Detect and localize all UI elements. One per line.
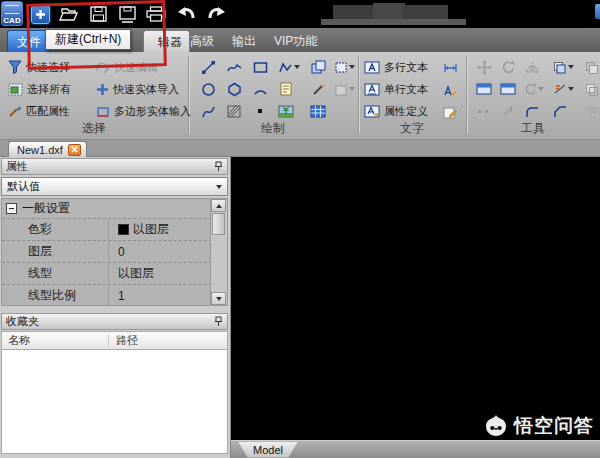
pin-icon[interactable] <box>214 161 223 172</box>
property-value: 1 <box>108 289 125 303</box>
redo-button[interactable] <box>206 4 226 25</box>
favorites-panel-header: 收藏夹 <box>1 313 228 330</box>
blue-plus-icon <box>96 83 109 96</box>
tab-editor[interactable]: 辑器 <box>143 30 190 52</box>
draw-insert-button[interactable] <box>274 79 298 99</box>
match-properties-button[interactable]: 匹配属性 <box>8 102 70 120</box>
favorites-list-area[interactable] <box>1 350 228 454</box>
singleline-text-icon <box>364 83 380 96</box>
note-edit-icon <box>443 106 457 119</box>
draw-segments-button[interactable] <box>274 57 304 77</box>
draw-block-button[interactable] <box>306 57 330 77</box>
undo-arrow-icon <box>177 6 197 22</box>
draw-polygon-button[interactable] <box>222 79 246 99</box>
multiline-text-button[interactable]: 多行文本 <box>364 58 428 76</box>
dropdown-arrow-icon <box>349 65 355 69</box>
draw-region-button[interactable] <box>330 57 358 77</box>
draw-point-button[interactable] <box>248 101 272 121</box>
layers-icon <box>553 61 567 74</box>
draw-polyline-button[interactable] <box>222 57 246 77</box>
document-icon <box>279 82 293 96</box>
tab-advanced[interactable]: 高级 <box>190 30 214 52</box>
gray-block-icon <box>334 83 348 96</box>
group-header-row[interactable]: 一般设置 <box>2 199 227 218</box>
logo-decoration <box>5 5 19 14</box>
fillet-tool-button[interactable] <box>520 101 544 121</box>
property-key: 图层 <box>2 243 108 260</box>
dropdown-arrow-icon <box>568 87 574 91</box>
save-as-button[interactable] <box>117 4 137 25</box>
property-row[interactable]: 图层 0 <box>2 240 227 262</box>
close-tab-button[interactable] <box>68 144 81 156</box>
path-column-header[interactable]: 路径 <box>108 334 138 347</box>
name-column-header[interactable]: 名称 <box>2 333 108 348</box>
properties-preset-dropdown[interactable]: 默认值 <box>1 177 228 196</box>
undo-button[interactable] <box>177 4 197 25</box>
save-button[interactable] <box>88 4 108 25</box>
select-all-button[interactable]: 选择所有 <box>8 80 71 98</box>
quick-select-button[interactable]: 快速选择 <box>8 58 70 76</box>
quick-entity-import-button[interactable]: 快速实体导入 <box>96 80 179 98</box>
chamfer-tool-button[interactable] <box>548 101 572 121</box>
mirror-icon <box>525 61 540 74</box>
property-key: 色彩 <box>2 221 108 238</box>
draw-spline-button[interactable] <box>196 101 220 121</box>
property-row[interactable]: 色彩 以图层 <box>2 218 227 240</box>
layers-tool-button[interactable] <box>548 57 578 77</box>
measure-scale-button[interactable] <box>548 79 578 99</box>
polygon-icon <box>227 82 242 97</box>
draw-rectangle-button[interactable] <box>248 57 272 77</box>
vertical-scrollbar[interactable] <box>210 199 227 305</box>
property-row[interactable]: 线型 以图层 <box>2 262 227 284</box>
mirror-tool-button <box>520 57 544 77</box>
pin-icon[interactable] <box>214 316 223 327</box>
text-style-button[interactable] <box>438 80 462 100</box>
logo-text: CAD <box>3 16 20 25</box>
draw-image-button[interactable] <box>274 101 298 121</box>
open-file-button[interactable] <box>59 4 79 25</box>
tab-output[interactable]: 输出 <box>232 30 256 52</box>
explode-icon <box>586 105 599 118</box>
layout-tab-bar: Model <box>231 440 600 458</box>
watermark-text: 悟空问答 <box>514 413 594 439</box>
model-tab[interactable]: Model <box>238 442 298 458</box>
collapse-icon[interactable] <box>6 203 17 214</box>
print-button[interactable] <box>146 4 166 25</box>
image-icon <box>278 105 294 118</box>
close-icon <box>71 146 78 153</box>
draw-hatch-button[interactable] <box>222 101 246 121</box>
dimension-text-button[interactable] <box>438 58 462 78</box>
attribute-definition-button[interactable]: 属性定义 <box>364 102 428 120</box>
points-icon <box>477 107 491 115</box>
printer-icon <box>146 6 166 22</box>
viewport-icon <box>476 83 492 95</box>
app-logo[interactable]: CAD <box>1 1 23 26</box>
property-row[interactable]: 线型比例 1 <box>2 284 227 306</box>
viewport-button-1[interactable] <box>472 79 496 99</box>
quick-edit-button: 快速编辑 <box>96 58 158 76</box>
tab-vip[interactable]: VIP功能 <box>274 30 317 52</box>
measure-icon <box>553 83 567 95</box>
rotate-icon <box>501 60 515 74</box>
polygon-entity-input-button[interactable]: 多边形实体输入 <box>96 102 191 120</box>
draw-line-button[interactable] <box>196 57 220 77</box>
segments-icon <box>278 61 293 74</box>
dropdown-arrow-icon <box>349 87 355 91</box>
select-section-label: 选择 <box>0 120 188 137</box>
text-note-button[interactable] <box>438 102 462 122</box>
singleline-text-button[interactable]: 单行文本 <box>364 80 428 98</box>
draw-arc-button[interactable] <box>248 79 272 99</box>
polyline-icon <box>227 60 242 75</box>
scroll-up-button[interactable] <box>211 199 226 212</box>
points-tool-button <box>472 101 496 121</box>
draw-table-button[interactable] <box>306 101 330 121</box>
scroll-down-button[interactable] <box>211 292 226 305</box>
document-tab[interactable]: New1.dxf <box>8 141 87 157</box>
draw-circle-button[interactable] <box>196 79 220 99</box>
new-file-button[interactable] <box>31 5 50 24</box>
viewport-button-2[interactable] <box>496 79 520 99</box>
scrollbar-thumb[interactable] <box>212 213 225 235</box>
wukong-logo-icon <box>484 415 508 437</box>
draw-pencil-line-button[interactable] <box>306 79 330 99</box>
drawing-canvas[interactable]: 悟空问答 <box>231 157 600 440</box>
